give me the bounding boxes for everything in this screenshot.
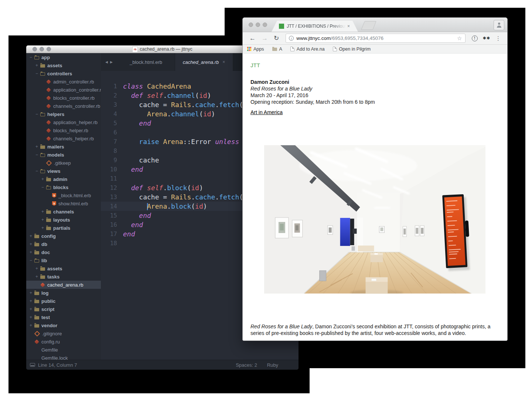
- expander-icon[interactable]: +: [40, 209, 45, 214]
- site-logo[interactable]: JTT: [250, 62, 507, 69]
- sidebar-item-_block.html.erb[interactable]: 5_block.html.erb: [26, 191, 101, 199]
- expander-icon[interactable]: −: [34, 152, 39, 157]
- minimize-window-button[interactable]: [256, 23, 260, 27]
- extension-alert-icon[interactable]: !: [472, 35, 478, 41]
- sidebar-item-db[interactable]: +db: [26, 240, 101, 248]
- expander-icon[interactable]: +: [34, 266, 39, 271]
- address-bar[interactable]: i www.jttnyc.com /6953,6955,7334,45076 ☆: [286, 34, 465, 43]
- bookmark-Open in Pilgrim[interactable]: Open in Pilgrim: [333, 47, 371, 52]
- sidebar-item-.gitignore[interactable]: .gitignore: [26, 329, 101, 338]
- expander-icon[interactable]: −: [28, 55, 33, 60]
- minimize-window-button[interactable]: [40, 47, 44, 51]
- expander-icon[interactable]: +: [28, 307, 33, 312]
- zoom-window-button[interactable]: [263, 23, 267, 27]
- expander-icon[interactable]: +: [34, 63, 39, 68]
- expander-icon[interactable]: +: [28, 250, 33, 255]
- sidebar-item-vendor[interactable]: +vendor: [26, 321, 101, 329]
- sidebar-item-models[interactable]: −models: [26, 151, 101, 159]
- expander-icon[interactable]: −: [40, 185, 45, 190]
- close-window-button[interactable]: [249, 23, 253, 27]
- sidebar-item-assets[interactable]: +assets: [26, 264, 101, 273]
- expander-icon[interactable]: −: [34, 71, 39, 76]
- sidebar-item-mailers[interactable]: +mailers: [26, 143, 101, 151]
- sidebar-item-test[interactable]: +test: [26, 313, 101, 321]
- sidebar-item-channels_controller.rb[interactable]: channels_controller.rb: [26, 102, 101, 110]
- bookmark-A[interactable]: A: [272, 47, 282, 52]
- tab-scroll-right-icon[interactable]: ▶: [110, 60, 113, 64]
- chrome-menu-icon[interactable]: ⋮: [495, 35, 501, 42]
- sidebar-item-channels[interactable]: +channels: [26, 208, 101, 216]
- expander-icon[interactable]: +: [28, 242, 33, 247]
- zoom-window-button[interactable]: [47, 47, 51, 51]
- reload-button[interactable]: ↻: [274, 34, 279, 42]
- sidebar-item-channels_helper.rb[interactable]: channels_helper.rb: [26, 134, 101, 143]
- sidebar-item-Gemfile[interactable]: Gemfile: [26, 346, 101, 354]
- expander-icon[interactable]: +: [28, 290, 33, 295]
- press-link[interactable]: Art in America: [250, 109, 283, 116]
- bookmark-Add to Are.na[interactable]: Add to Are.na: [290, 47, 325, 52]
- sidebar-item-admin[interactable]: +admin: [26, 175, 101, 183]
- sidebar-item-log[interactable]: +log: [26, 289, 101, 297]
- page-info-icon[interactable]: i: [289, 36, 294, 41]
- language-status[interactable]: Ruby: [267, 362, 278, 368]
- forward-button[interactable]: →: [262, 35, 268, 42]
- sidebar-item-show.html.erb[interactable]: 5show.html.erb: [26, 199, 101, 208]
- expander-icon[interactable]: +: [40, 217, 45, 222]
- sidebar-item-layouts[interactable]: +layouts: [26, 216, 101, 224]
- panel-toggle-icon[interactable]: [30, 363, 35, 367]
- expander-icon[interactable]: −: [28, 258, 33, 263]
- bookmark-star-icon[interactable]: ☆: [457, 35, 462, 42]
- sidebar-item-.gitkeep[interactable]: .gitkeep: [26, 159, 101, 167]
- expander-icon[interactable]: +: [40, 177, 45, 182]
- editor-traffic-lights[interactable]: [33, 47, 51, 51]
- sidebar-item-application_controller.rb[interactable]: application_controller.rb: [26, 86, 101, 94]
- browser-tab-strip[interactable]: JTT / EXHIBITIONS / Previous ×: [243, 18, 507, 32]
- back-button[interactable]: ←: [249, 35, 256, 42]
- close-tab-icon[interactable]: ×: [222, 59, 225, 65]
- sidebar-item-application_helper.rb[interactable]: application_helper.rb: [26, 118, 101, 126]
- sidebar-item-app[interactable]: −app: [26, 53, 101, 61]
- sidebar-item-controllers[interactable]: −controllers: [26, 69, 101, 78]
- exhibition-dates: March 20 - April 17, 2016: [250, 92, 507, 99]
- extension-asterisks-icon[interactable]: ✱✱: [483, 36, 490, 41]
- sidebar-item-lib[interactable]: −lib: [26, 256, 101, 264]
- sidebar-item-partials[interactable]: +partials: [26, 224, 101, 232]
- sidebar-item-config[interactable]: +config: [26, 232, 101, 240]
- expander-icon[interactable]: +: [34, 274, 39, 279]
- expander-icon[interactable]: +: [28, 298, 33, 304]
- expander-icon[interactable]: +: [28, 233, 33, 239]
- new-tab-button[interactable]: [361, 21, 376, 30]
- close-window-button[interactable]: [33, 47, 37, 51]
- page-icon: [290, 47, 294, 51]
- sidebar-item-helpers[interactable]: −helpers: [26, 110, 101, 118]
- close-tab-icon[interactable]: ×: [347, 24, 350, 29]
- profile-button[interactable]: [494, 20, 504, 30]
- sidebar-item-script[interactable]: +script: [26, 305, 101, 313]
- sidebar-item-admin_controller.rb[interactable]: admin_controller.rb: [26, 78, 101, 86]
- sidebar-item-tasks[interactable]: +tasks: [26, 273, 101, 281]
- indentation-status[interactable]: Spaces: 2: [236, 362, 257, 368]
- sidebar-item-blocks_helper.rb[interactable]: blocks_helper.rb: [26, 126, 101, 134]
- expander-icon[interactable]: +: [28, 315, 33, 320]
- sidebar-item-assets[interactable]: +assets: [26, 61, 101, 69]
- sidebar-item-config.ru[interactable]: config.ru: [26, 338, 101, 346]
- tab-cached-arena-rb[interactable]: cached_arena.rb ×: [175, 53, 233, 71]
- expander-icon[interactable]: −: [34, 168, 39, 174]
- tab-block-html-erb[interactable]: _block.html.erb: [117, 53, 175, 71]
- expander-icon[interactable]: +: [40, 225, 45, 230]
- sidebar-item-cached_arena.rb[interactable]: cached_arena.rb: [26, 281, 101, 289]
- sidebar-item-Gemfile.lock[interactable]: Gemfile.lock: [26, 354, 101, 360]
- browser-traffic-lights[interactable]: [249, 23, 267, 27]
- browser-tab[interactable]: JTT / EXHIBITIONS / Previous ×: [272, 21, 358, 32]
- sidebar-item-views[interactable]: −views: [26, 167, 101, 175]
- sidebar-item-blocks_controller.rb[interactable]: blocks_controller.rb: [26, 94, 101, 102]
- bookmark-Apps[interactable]: Apps: [247, 47, 264, 52]
- tab-scroll-left-icon[interactable]: ◀: [105, 60, 108, 64]
- sidebar-item-blocks[interactable]: −blocks: [26, 183, 101, 191]
- sidebar-item-doc[interactable]: +doc: [26, 248, 101, 256]
- expander-icon[interactable]: +: [34, 144, 39, 149]
- expander-icon[interactable]: −: [34, 112, 39, 117]
- sidebar-item-public[interactable]: +public: [26, 297, 101, 305]
- expander-icon[interactable]: +: [28, 323, 33, 328]
- item-label: admin: [53, 177, 67, 182]
